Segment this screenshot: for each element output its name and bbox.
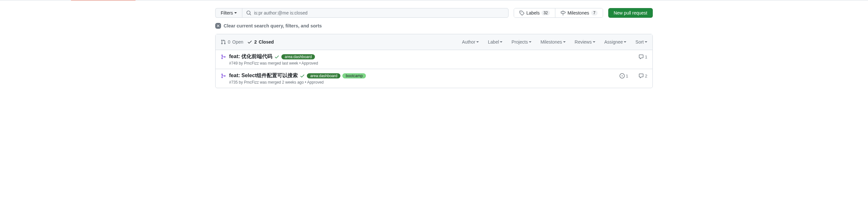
filter-menu-author[interactable]: Author (462, 39, 479, 45)
label-pill[interactable]: area:dashboard (307, 73, 340, 79)
open-tab[interactable]: 0 Open (221, 39, 243, 45)
caret-down-icon (500, 41, 502, 42)
pr-title-link[interactable]: feat: 优化前端代码 (229, 53, 272, 60)
milestones-text: Milestones (567, 10, 589, 16)
labels-button[interactable]: Labels 32 (514, 8, 555, 18)
milestones-count: 7 (591, 10, 598, 16)
clear-search-link[interactable]: Clear current search query, filters, and… (215, 23, 653, 29)
label-pill[interactable]: area:dashboard (281, 54, 315, 59)
tag-icon (519, 10, 524, 16)
success-check-icon (300, 73, 305, 79)
ci-status[interactable] (274, 54, 279, 59)
comment-count[interactable]: 1 (639, 54, 647, 59)
closed-label: Closed (259, 39, 274, 45)
close-icon (215, 23, 221, 29)
pull-request-icon (221, 39, 226, 45)
pr-list-header: 0 Open 2 Closed AuthorLabelProjectsMiles… (216, 34, 652, 50)
search-input[interactable] (254, 8, 504, 18)
comment-icon (639, 54, 644, 59)
milestone-icon (560, 10, 566, 16)
closed-count: 2 (254, 39, 257, 45)
filter-menu-assignee[interactable]: Assignee (604, 39, 627, 45)
comment-count[interactable]: 2 (639, 73, 647, 79)
labels-text: Labels (526, 10, 539, 16)
open-label: Open (232, 39, 243, 45)
labels-count: 32 (541, 10, 550, 16)
filter-menu-sort[interactable]: Sort (636, 39, 647, 45)
pr-row: feat: 优化前端代码area:dashboard#749 by PmcFiz… (216, 50, 652, 69)
new-pr-button[interactable]: New pull request (608, 8, 653, 18)
milestones-button[interactable]: Milestones 7 (555, 8, 603, 18)
search-icon (246, 10, 251, 16)
open-count: 0 (228, 39, 230, 45)
filters-button[interactable]: Filters (215, 8, 242, 18)
success-check-icon (274, 54, 279, 59)
pr-list-box: 0 Open 2 Closed AuthorLabelProjectsMiles… (215, 34, 653, 88)
filter-menu-reviews[interactable]: Reviews (575, 39, 595, 45)
pr-meta: #735 by PmcFizz was merged 2 weeks ago •… (229, 80, 616, 85)
caret-down-icon (563, 41, 566, 42)
closed-tab[interactable]: 2 Closed (247, 39, 274, 45)
comment-icon (639, 73, 644, 79)
new-pr-label: New pull request (614, 10, 647, 16)
clear-search-text: Clear current search query, filters, and… (224, 23, 322, 28)
filter-menu-label[interactable]: Label (488, 39, 502, 45)
labels-milestones-group: Labels 32 Milestones 7 (514, 8, 603, 18)
ci-status[interactable] (300, 73, 305, 79)
label-pill[interactable]: bootcamp (342, 73, 366, 79)
pr-title-link[interactable]: feat: Select组件配置可以搜索 (229, 72, 298, 79)
filter-menu-milestones[interactable]: Milestones (540, 39, 566, 45)
filter-menu-projects[interactable]: Projects (512, 39, 531, 45)
caret-down-icon (529, 41, 531, 42)
pr-meta: #749 by PmcFizz was merged last week • A… (229, 61, 636, 65)
caret-down-icon (624, 41, 626, 42)
filters-label: Filters (221, 10, 233, 16)
search-box[interactable] (242, 8, 508, 18)
caret-down-icon (476, 41, 479, 42)
merged-pr-icon (221, 73, 226, 79)
merged-pr-icon (221, 54, 226, 59)
pr-row: feat: Select组件配置可以搜索area:dashboardbootca… (216, 69, 652, 88)
caret-down-icon (593, 41, 595, 42)
issue-open-icon (620, 73, 625, 79)
check-icon (247, 39, 252, 45)
caret-down-icon (234, 12, 237, 13)
caret-down-icon (645, 41, 647, 42)
linked-issue-count[interactable]: 1 (620, 73, 628, 79)
